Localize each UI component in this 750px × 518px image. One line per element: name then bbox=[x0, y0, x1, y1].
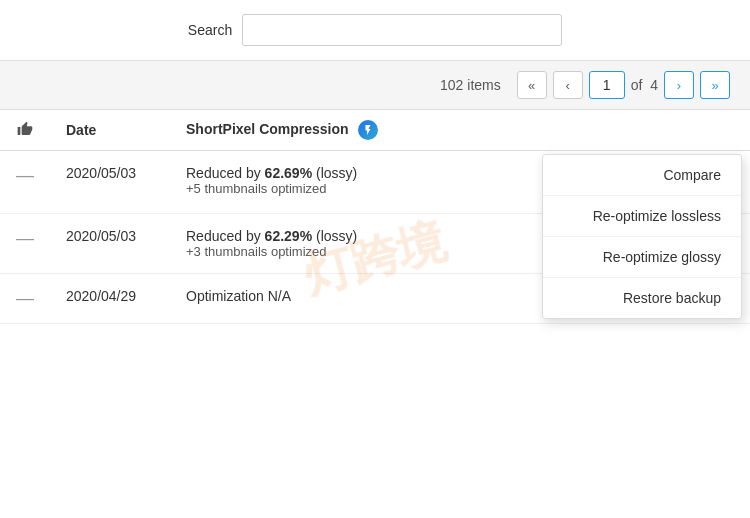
table-header-row: Date ShortPixel Compression bbox=[0, 110, 750, 151]
prev-page-button[interactable]: ‹ bbox=[553, 71, 583, 99]
compression-percent: 62.69% bbox=[265, 165, 312, 181]
bolt-icon bbox=[362, 124, 374, 136]
search-label: Search bbox=[188, 22, 232, 38]
row-dash: — bbox=[0, 274, 50, 324]
next-page-button[interactable]: › bbox=[664, 71, 694, 99]
col-icon bbox=[0, 110, 50, 151]
row-dash: — bbox=[0, 151, 50, 214]
dropdown-item-restore-backup[interactable]: Restore backup bbox=[543, 278, 741, 318]
row-dash: — bbox=[0, 214, 50, 274]
dropdown-item-reoptimize-glossy[interactable]: Re-optimize glossy bbox=[543, 237, 741, 278]
compression-percent: 62.29% bbox=[265, 228, 312, 244]
dropdown-item-reoptimize-lossless[interactable]: Re-optimize lossless bbox=[543, 196, 741, 237]
pagination-bar: 102 items « ‹ of 4 › » bbox=[0, 61, 750, 110]
row-date: 2020/04/29 bbox=[50, 274, 170, 324]
thumb-icon bbox=[17, 121, 33, 137]
first-page-button[interactable]: « bbox=[517, 71, 547, 99]
table-container: Date ShortPixel Compression —2020/05/03R… bbox=[0, 110, 750, 324]
last-page-button[interactable]: » bbox=[700, 71, 730, 99]
col-compression: ShortPixel Compression bbox=[170, 110, 684, 151]
search-bar: Search bbox=[0, 0, 750, 61]
col-date: Date bbox=[50, 110, 170, 151]
dropdown-item-compare[interactable]: Compare bbox=[543, 155, 741, 196]
page-of-label: of 4 bbox=[631, 77, 658, 93]
items-count: 102 items bbox=[440, 77, 501, 93]
row-date: 2020/05/03 bbox=[50, 214, 170, 274]
shortpixel-icon bbox=[358, 120, 378, 140]
context-dropdown: CompareRe-optimize losslessRe-optimize g… bbox=[542, 154, 742, 319]
search-input[interactable] bbox=[242, 14, 562, 46]
row-date: 2020/05/03 bbox=[50, 151, 170, 214]
page-number-input[interactable] bbox=[589, 71, 625, 99]
col-action bbox=[684, 110, 750, 151]
